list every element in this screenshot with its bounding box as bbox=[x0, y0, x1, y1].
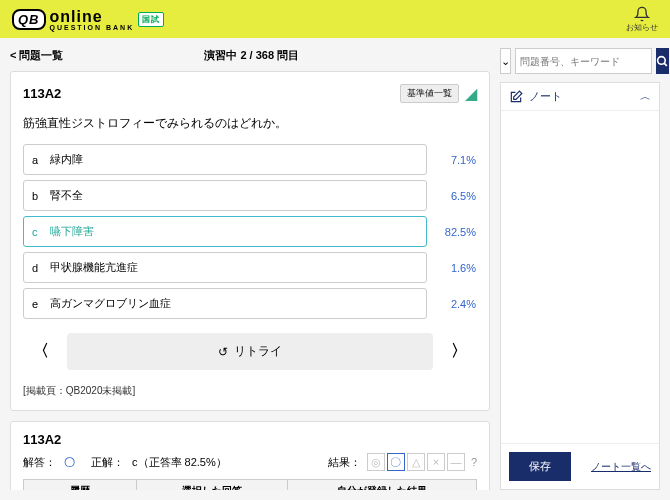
question-id: 113A2 bbox=[23, 86, 61, 101]
choice-pct: 7.1% bbox=[431, 154, 476, 166]
search-expand-button[interactable]: ⌄ bbox=[500, 48, 511, 74]
choice-b[interactable]: b腎不全6.5% bbox=[23, 180, 427, 211]
retry-icon: ↺ bbox=[218, 345, 228, 359]
choice-pct: 6.5% bbox=[431, 190, 476, 202]
choice-a[interactable]: a緑内障7.1% bbox=[23, 144, 427, 175]
source-text: [掲載頁：QB2020未掲載] bbox=[23, 384, 477, 398]
choice-d[interactable]: d甲状腺機能亢進症1.6% bbox=[23, 252, 427, 283]
notifications-button[interactable]: お知らせ bbox=[626, 6, 658, 33]
retry-button[interactable]: ↺ リトライ bbox=[67, 333, 433, 370]
svg-point-0 bbox=[658, 56, 666, 64]
note-textarea[interactable] bbox=[501, 111, 659, 443]
edit-icon bbox=[509, 90, 523, 104]
answer-question-id: 113A2 bbox=[23, 432, 477, 447]
save-button[interactable]: 保存 bbox=[509, 452, 571, 481]
progress-text: 演習中 2 / 368 問目 bbox=[204, 48, 299, 63]
next-button[interactable]: 〉 bbox=[441, 337, 477, 366]
choice-pct: 82.5% bbox=[431, 226, 476, 238]
logo: QB online QUESTION BANK 国試 bbox=[12, 8, 164, 31]
prev-button[interactable]: 〈 bbox=[23, 337, 59, 366]
svg-line-1 bbox=[664, 63, 667, 66]
user-answer-mark: 〇 bbox=[64, 455, 75, 470]
choice-pct: 2.4% bbox=[431, 298, 476, 310]
reference-values-button[interactable]: 基準値一覧 bbox=[400, 84, 459, 103]
question-text: 筋強直性ジストロフィーでみられるのはどれか。 bbox=[23, 115, 477, 132]
back-link[interactable]: < 問題一覧 bbox=[10, 48, 63, 63]
choice-c[interactable]: c嚥下障害82.5% bbox=[23, 216, 427, 247]
search-input[interactable] bbox=[515, 48, 652, 74]
note-title: ノート bbox=[529, 89, 562, 104]
history-table: 履歴選択した回答自分が登録した結果 2019/11/21c（〇正解）〇2019/… bbox=[23, 479, 477, 490]
choice-pct: 1.6% bbox=[431, 262, 476, 274]
search-button[interactable] bbox=[656, 48, 669, 74]
choice-e[interactable]: e高ガンマグロブリン血症2.4% bbox=[23, 288, 427, 319]
note-list-link[interactable]: ノート一覧へ bbox=[591, 460, 651, 474]
result-selector[interactable]: 結果： ◎〇△×― ? bbox=[328, 453, 477, 471]
bookmark-icon[interactable]: ◢ bbox=[465, 84, 477, 103]
collapse-icon[interactable]: ︿ bbox=[640, 89, 651, 104]
